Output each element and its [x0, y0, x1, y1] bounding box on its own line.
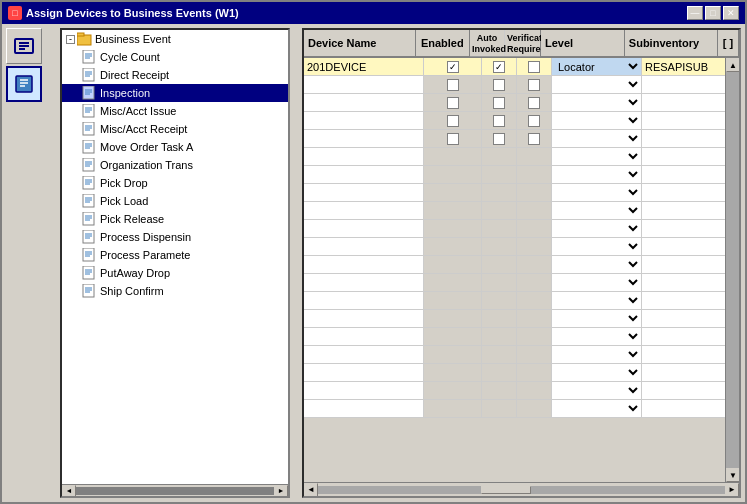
cell-enabled-9[interactable]	[424, 220, 482, 237]
cell-level-16[interactable]: LocatorSubinventoryOrganization	[552, 346, 642, 363]
cell-verif-8[interactable]	[517, 202, 552, 219]
cell-verif-5[interactable]	[517, 148, 552, 165]
select-level-9[interactable]: LocatorSubinventoryOrganization	[552, 220, 641, 237]
cell-level-4[interactable]: LocatorSubinventoryOrganization	[552, 130, 642, 147]
tree-scroll-track[interactable]	[76, 487, 274, 495]
cell-level-0[interactable]: LocatorSubinventoryOrganization	[552, 58, 642, 75]
cell-verif-4[interactable]	[517, 130, 552, 147]
tree-item-pick-release[interactable]: Pick Release	[62, 210, 288, 228]
checkbox-enabled-3[interactable]	[447, 115, 459, 127]
checkbox-enabled-2[interactable]	[447, 97, 459, 109]
cell-level-17[interactable]: LocatorSubinventoryOrganization	[552, 364, 642, 381]
select-level-0[interactable]: LocatorSubinventoryOrganization	[552, 58, 641, 75]
cell-level-6[interactable]: LocatorSubinventoryOrganization	[552, 166, 642, 183]
cell-auto-invoked-14[interactable]	[482, 310, 517, 327]
cell-enabled-7[interactable]	[424, 184, 482, 201]
cell-auto-invoked-3[interactable]	[482, 112, 517, 129]
cell-verif-2[interactable]	[517, 94, 552, 111]
table-row[interactable]: LocatorSubinventoryOrganization	[304, 292, 725, 310]
cell-verif-19[interactable]	[517, 400, 552, 417]
maximize-button[interactable]: □	[705, 6, 721, 20]
tree-scroll-right[interactable]: ►	[274, 485, 288, 497]
cell-verif-0[interactable]	[517, 58, 552, 75]
vscroll-down[interactable]: ▼	[726, 468, 739, 482]
checkbox-verif-0[interactable]	[528, 61, 540, 73]
cell-auto-invoked-4[interactable]	[482, 130, 517, 147]
cell-level-14[interactable]: LocatorSubinventoryOrganization	[552, 310, 642, 327]
tree-item-cycle-count[interactable]: Cycle Count	[62, 48, 288, 66]
select-level-1[interactable]: LocatorSubinventoryOrganization	[552, 76, 641, 93]
checkbox-enabled-4[interactable]	[447, 133, 459, 145]
cell-enabled-4[interactable]	[424, 130, 482, 147]
hscroll-thumb[interactable]	[481, 486, 531, 494]
cell-device-name-0[interactable]: 201DEVICE	[304, 58, 424, 75]
cell-auto-invoked-6[interactable]	[482, 166, 517, 183]
tree-item-misc-acct-issue[interactable]: Misc/Acct Issue	[62, 102, 288, 120]
table-row[interactable]: LocatorSubinventoryOrganization	[304, 256, 725, 274]
tree-item-root[interactable]: - Business Event	[62, 30, 288, 48]
cell-auto-invoked-8[interactable]	[482, 202, 517, 219]
table-row[interactable]: LocatorSubinventoryOrganization	[304, 400, 725, 418]
tree-item-process-dispensin[interactable]: Process Dispensin	[62, 228, 288, 246]
checkbox-enabled-1[interactable]	[447, 79, 459, 91]
cell-level-9[interactable]: LocatorSubinventoryOrganization	[552, 220, 642, 237]
tree-item-putaway-drop[interactable]: PutAway Drop	[62, 264, 288, 282]
table-row[interactable]: LocatorSubinventoryOrganization	[304, 364, 725, 382]
cell-enabled-3[interactable]	[424, 112, 482, 129]
cell-auto-invoked-18[interactable]	[482, 382, 517, 399]
tree-item-pick-load[interactable]: Pick Load	[62, 192, 288, 210]
select-level-18[interactable]: LocatorSubinventoryOrganization	[552, 382, 641, 399]
table-row[interactable]: LocatorSubinventoryOrganization	[304, 94, 725, 112]
hscroll-left[interactable]: ◄	[304, 483, 318, 497]
cell-enabled-0[interactable]	[424, 58, 482, 75]
cell-verif-14[interactable]	[517, 310, 552, 327]
cell-level-13[interactable]: LocatorSubinventoryOrganization	[552, 292, 642, 309]
tree-item-ship-confirm[interactable]: Ship Confirm	[62, 282, 288, 300]
cell-enabled-14[interactable]	[424, 310, 482, 327]
tree-item-move-order-task[interactable]: Move Order Task A	[62, 138, 288, 156]
vscroll-up[interactable]: ▲	[726, 58, 739, 72]
cell-enabled-11[interactable]	[424, 256, 482, 273]
table-row[interactable]: LocatorSubinventoryOrganization	[304, 184, 725, 202]
checkbox-auto-1[interactable]	[493, 79, 505, 91]
cell-enabled-12[interactable]	[424, 274, 482, 291]
cell-enabled-17[interactable]	[424, 364, 482, 381]
cell-level-12[interactable]: LocatorSubinventoryOrganization	[552, 274, 642, 291]
tree-item-inspection[interactable]: Inspection	[62, 84, 288, 102]
table-row[interactable]: LocatorSubinventoryOrganization	[304, 382, 725, 400]
table-row[interactable]: LocatorSubinventoryOrganization	[304, 166, 725, 184]
tree-item-pick-drop[interactable]: Pick Drop	[62, 174, 288, 192]
cell-verif-7[interactable]	[517, 184, 552, 201]
table-row[interactable]: 201DEVICELocatorSubinventoryOrganization…	[304, 58, 725, 76]
select-level-19[interactable]: LocatorSubinventoryOrganization	[552, 400, 641, 417]
cell-enabled-8[interactable]	[424, 202, 482, 219]
cell-level-15[interactable]: LocatorSubinventoryOrganization	[552, 328, 642, 345]
expand-icon-root[interactable]: -	[66, 35, 75, 44]
tree-item-process-paramete[interactable]: Process Paramete	[62, 246, 288, 264]
table-row[interactable]: LocatorSubinventoryOrganization	[304, 112, 725, 130]
table-row[interactable]: LocatorSubinventoryOrganization	[304, 310, 725, 328]
cell-enabled-10[interactable]	[424, 238, 482, 255]
cell-enabled-16[interactable]	[424, 346, 482, 363]
vscroll-track[interactable]	[726, 72, 739, 468]
cell-auto-invoked-16[interactable]	[482, 346, 517, 363]
select-level-11[interactable]: LocatorSubinventoryOrganization	[552, 256, 641, 273]
cell-enabled-5[interactable]	[424, 148, 482, 165]
hscroll-right[interactable]: ►	[725, 483, 739, 497]
select-level-15[interactable]: LocatorSubinventoryOrganization	[552, 328, 641, 345]
select-level-14[interactable]: LocatorSubinventoryOrganization	[552, 310, 641, 327]
table-row[interactable]: LocatorSubinventoryOrganization	[304, 346, 725, 364]
cell-verif-18[interactable]	[517, 382, 552, 399]
hscroll-track[interactable]	[318, 486, 725, 494]
tree-scroll-left[interactable]: ◄	[62, 485, 76, 497]
cell-auto-invoked-1[interactable]	[482, 76, 517, 93]
close-button[interactable]: ✕	[723, 6, 739, 20]
cell-verif-12[interactable]	[517, 274, 552, 291]
cell-auto-invoked-7[interactable]	[482, 184, 517, 201]
checkbox-enabled-0[interactable]	[447, 61, 459, 73]
table-row[interactable]: LocatorSubinventoryOrganization	[304, 274, 725, 292]
select-level-17[interactable]: LocatorSubinventoryOrganization	[552, 364, 641, 381]
nav-icon-2[interactable]	[6, 66, 42, 102]
cell-auto-invoked-5[interactable]	[482, 148, 517, 165]
cell-verif-6[interactable]	[517, 166, 552, 183]
